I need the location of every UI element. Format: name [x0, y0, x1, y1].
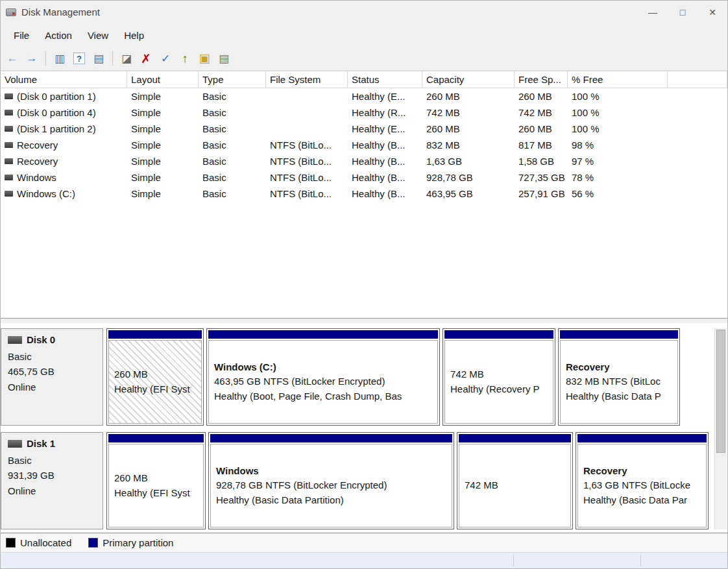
column-header-layout[interactable]: Layout — [127, 71, 199, 88]
primary-partition-swatch — [88, 538, 98, 548]
column-header-filesystem[interactable]: File System — [266, 71, 348, 88]
free-space-value: 817 MB — [515, 139, 568, 151]
layout-value: Simple — [127, 188, 199, 199]
table-row[interactable]: Windows (C:) Simple Basic NTFS (BitLo...… — [1, 186, 727, 202]
maximize-button[interactable]: □ — [668, 1, 698, 23]
column-header-status[interactable]: Status — [348, 71, 422, 88]
partition-status: Healthy (Basic Data Par — [583, 493, 701, 508]
partition-disk0-efi[interactable]: 260 MB Healthy (EFI Syst — [106, 328, 204, 426]
partition-size: 260 MB — [114, 471, 198, 486]
pane-splitter[interactable] — [1, 318, 727, 323]
table-row[interactable]: (Disk 0 partition 4) Simple Basic Health… — [1, 104, 727, 121]
partition-disk1-efi[interactable]: 260 MB Healthy (EFI Syst — [106, 432, 206, 529]
partition-color-bar — [210, 434, 452, 442]
pct-free-value: 78 % — [568, 172, 668, 183]
volume-name: (Disk 1 partition 2) — [17, 123, 96, 134]
column-header-capacity[interactable]: Capacity — [422, 71, 515, 88]
volume-name: Windows — [17, 172, 56, 183]
unallocated-swatch — [6, 538, 16, 548]
column-header-free-space[interactable]: Free Sp... — [515, 71, 568, 88]
disk1-label[interactable]: Disk 1 Basic 931,39 GB Online — [1, 432, 103, 529]
status-divider — [640, 555, 641, 566]
partition-status: Healthy (EFI Syst — [114, 486, 198, 501]
capacity-value: 832 MB — [422, 139, 515, 151]
column-header-pct-free[interactable]: % Free — [568, 71, 668, 88]
table-row[interactable]: Recovery Simple Basic NTFS (BitLo... Hea… — [1, 153, 727, 169]
pct-free-value: 100 % — [568, 107, 668, 118]
table-row[interactable]: (Disk 0 partition 1) Simple Basic Health… — [1, 88, 727, 104]
disk-status: Online — [8, 380, 96, 394]
menu-file[interactable]: File — [6, 26, 37, 45]
disk-row: Disk 1 Basic 931,39 GB Online 260 MB Hea… — [1, 432, 727, 529]
help-icon[interactable]: ? — [73, 53, 85, 64]
explore-folder-icon[interactable]: ▣ — [195, 50, 213, 67]
partition-disk1-recovery[interactable]: Recovery 1,63 GB NTFS (BitLocke Healthy … — [576, 432, 709, 529]
disk0-label[interactable]: Disk 0 Basic 465,75 GB Online — [1, 328, 103, 426]
tasks-icon[interactable]: ▤ — [215, 50, 233, 67]
table-row[interactable]: (Disk 1 partition 2) Simple Basic Health… — [1, 121, 727, 137]
scrollbar-thumb[interactable] — [716, 330, 725, 453]
partition-status: Healthy (Recovery P — [450, 382, 548, 397]
table-row[interactable]: Windows Simple Basic NTFS (BitLo... Heal… — [1, 169, 727, 186]
pct-free-value: 98 % — [568, 139, 668, 151]
partition-color-bar — [577, 434, 707, 442]
partition-disk0-recovery-tools[interactable]: 742 MB Healthy (Recovery P — [443, 328, 555, 426]
partition-size: 463,95 GB NTFS (BitLocker Encrypted) — [214, 374, 432, 389]
volume-icon — [5, 158, 13, 164]
table-row[interactable]: Recovery Simple Basic NTFS (BitLo... Hea… — [1, 137, 727, 153]
close-button[interactable]: ✕ — [698, 1, 727, 23]
partition-color-bar — [459, 434, 571, 442]
pct-free-value: 100 % — [568, 91, 668, 102]
vertical-scrollbar[interactable] — [714, 328, 727, 529]
free-space-value: 742 MB — [515, 107, 568, 118]
status-value: Healthy (E... — [348, 123, 422, 134]
up-arrow-icon[interactable]: ↑ — [176, 50, 194, 67]
status-value: Healthy (B... — [348, 139, 422, 151]
volume-icon — [5, 191, 13, 197]
status-value: Healthy (B... — [348, 188, 422, 199]
volume-icon — [5, 142, 13, 148]
column-header-volume[interactable]: Volume — [1, 71, 127, 88]
mark-active-icon[interactable]: ✓ — [156, 50, 175, 67]
action-pane-icon[interactable]: ▤ — [90, 50, 108, 67]
console-tree-icon[interactable]: ▥ — [51, 50, 69, 67]
status-divider — [513, 555, 514, 566]
partition-disk0-windows-c[interactable]: Windows (C:) 463,95 GB NTFS (BitLocker E… — [206, 328, 440, 426]
status-value: Healthy (E... — [348, 91, 422, 102]
column-header-empty — [668, 71, 727, 88]
partition-status: Healthy (Basic Data Partition) — [216, 493, 446, 508]
forward-icon[interactable]: → — [23, 50, 41, 67]
menu-help[interactable]: Help — [116, 26, 152, 45]
legend-primary-partition: Primary partition — [88, 537, 173, 548]
delete-volume-icon[interactable]: ✗ — [137, 50, 155, 67]
type-value: Basic — [199, 91, 266, 102]
free-space-value: 260 MB — [515, 91, 568, 102]
volume-name: (Disk 0 partition 4) — [17, 107, 96, 118]
column-header-type[interactable]: Type — [199, 71, 266, 88]
menu-view[interactable]: View — [80, 26, 116, 45]
filesystem-value: NTFS (BitLo... — [266, 188, 348, 199]
disk-icon — [8, 440, 22, 448]
partition-color-bar — [560, 330, 678, 339]
partition-disk1-recovery-tools[interactable]: 742 MB — [457, 432, 573, 529]
layout-value: Simple — [127, 172, 199, 183]
volume-name: Windows (C:) — [17, 188, 75, 199]
partition-size: 742 MB — [450, 367, 548, 382]
partition-status: Healthy (Boot, Page File, Crash Dump, Ba… — [214, 389, 432, 404]
menu-action[interactable]: Action — [37, 26, 80, 45]
primary-partition-label: Primary partition — [103, 537, 173, 548]
layout-value: Simple — [127, 156, 199, 167]
filesystem-value: NTFS (BitLo... — [266, 139, 348, 151]
status-bar — [1, 552, 727, 568]
back-icon[interactable]: ← — [3, 50, 21, 67]
type-value: Basic — [199, 139, 266, 151]
partition-disk1-windows[interactable]: Windows 928,78 GB NTFS (BitLocker Encryp… — [208, 432, 454, 529]
disk-type: Basic — [8, 453, 96, 468]
volume-name: Recovery — [17, 156, 58, 167]
toolbar-separator — [45, 51, 46, 66]
menu-bar: File Action View Help — [1, 23, 727, 47]
minimize-button[interactable]: — — [638, 1, 668, 23]
tool-icon[interactable]: ◪ — [117, 50, 136, 67]
partition-disk0-recovery[interactable]: Recovery 832 MB NTFS (BitLoc Healthy (Ba… — [558, 328, 680, 426]
type-value: Basic — [199, 107, 266, 118]
